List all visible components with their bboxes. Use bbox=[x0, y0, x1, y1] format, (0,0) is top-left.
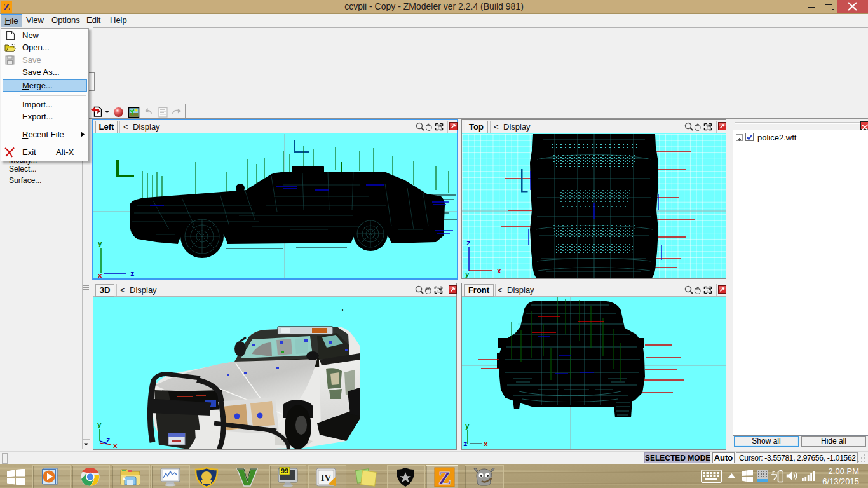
svg-text:y: y bbox=[97, 421, 102, 429]
svg-text:x: x bbox=[113, 442, 118, 449]
svg-text:z: z bbox=[463, 440, 468, 448]
svg-text:x: x bbox=[98, 272, 102, 278]
svg-text:y: y bbox=[465, 271, 470, 278]
svg-text:IV: IV bbox=[321, 473, 332, 483]
svg-text:99: 99 bbox=[281, 467, 288, 475]
svg-text:y: y bbox=[465, 423, 470, 430]
svg-text:z: z bbox=[130, 270, 135, 278]
svg-text:y: y bbox=[98, 240, 102, 248]
svg-text:Z: Z bbox=[438, 467, 451, 487]
svg-text:x: x bbox=[497, 268, 501, 275]
svg-text:x: x bbox=[484, 440, 488, 448]
svg-text:z: z bbox=[106, 437, 111, 444]
svg-text:z: z bbox=[466, 240, 471, 247]
svg-text:Z: Z bbox=[3, 2, 10, 12]
